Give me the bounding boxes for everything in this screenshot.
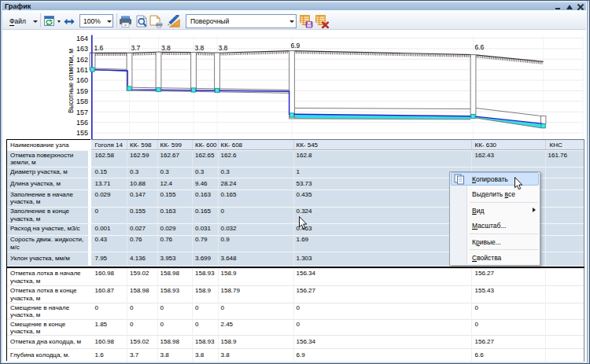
svg-text:163: 163: [76, 45, 88, 53]
svg-text:Высотные отметки, м: Высотные отметки, м: [67, 49, 75, 113]
svg-text:158: 158: [76, 97, 88, 105]
svg-text:155: 155: [76, 129, 88, 137]
svg-text:160: 160: [76, 76, 88, 84]
svg-text:3.8: 3.8: [219, 44, 228, 52]
svg-text:161: 161: [76, 66, 88, 74]
svg-text:164: 164: [76, 35, 88, 42]
svg-text:159: 159: [76, 87, 88, 95]
svg-text:156: 156: [76, 119, 88, 127]
svg-text:157: 157: [76, 108, 88, 116]
svg-text:3.8: 3.8: [195, 44, 205, 52]
svg-text:162: 162: [76, 56, 88, 64]
svg-text:6.9: 6.9: [291, 42, 301, 50]
svg-text:1.6: 1.6: [94, 44, 104, 52]
svg-text:3.8: 3.8: [161, 44, 171, 52]
svg-text:3.7: 3.7: [131, 44, 141, 52]
svg-text:6.6: 6.6: [475, 43, 485, 51]
